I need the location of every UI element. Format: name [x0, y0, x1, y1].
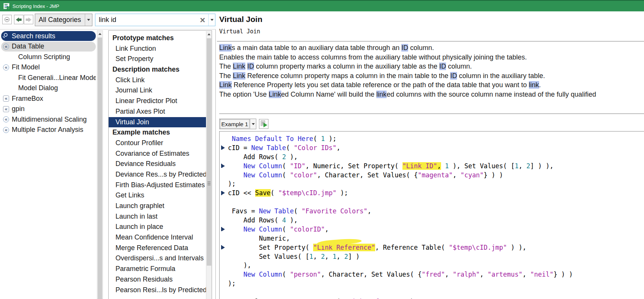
collapse-icon [5, 17, 9, 22]
collapse-circle-icon: « [3, 127, 9, 133]
list-item-parametric-formula[interactable]: Parametric Formula [109, 264, 206, 274]
list-item-launch-in-place[interactable]: Launch in place [109, 222, 206, 232]
sidebar-item-label: Fit Model [12, 63, 40, 71]
code-line: Names Default To Here( 1 ); [220, 135, 644, 144]
collapse-circle-icon: « [3, 44, 9, 50]
sidebar-item-framebox[interactable]: «FrameBox [1, 94, 96, 103]
collapse-circle-icon: « [3, 64, 9, 70]
code-line: ); [220, 279, 644, 288]
list-item-covariance-of-estimates[interactable]: Covariance of Estimates [109, 149, 206, 159]
code-line: Favs = New Table( "Favorite Colors", [220, 207, 644, 216]
sidebar-item-multiple-factor-analysis[interactable]: «Multiple Factor Analysis [1, 125, 96, 135]
code-line: Set Values( [1, 2, 1, 2] ) [220, 252, 644, 261]
results-scrollbar[interactable] [206, 31, 212, 299]
category-dropdown-caret[interactable] [85, 14, 92, 26]
app-icon [3, 3, 9, 9]
code-line: Set Property( "Link Reference", Referenc… [220, 243, 644, 252]
topic-description: Links a main data table to an auxiliary … [219, 43, 644, 99]
sidebar-item-label: Search results [12, 32, 55, 40]
topic-title: Virtual Join [219, 15, 262, 24]
left-column: All Categories × Search results«Data Tab… [0, 11, 216, 299]
search-icon [4, 33, 8, 37]
chevron-down-icon [211, 19, 214, 21]
list-item-mean-confidence-interval[interactable]: Mean Confidence Interval [109, 232, 206, 243]
list-item-contour-profiler[interactable]: Contour Profiler [109, 138, 206, 149]
list-item-partial-axes-plot[interactable]: Partial Axes Plot [109, 106, 206, 117]
scroll-up-icon[interactable] [206, 31, 212, 37]
list-item-firth-bias-adjusted-estimates[interactable]: Firth Bias-Adjusted Estimates [109, 180, 206, 191]
code-line: New Column( "person", Character, Set Val… [220, 270, 644, 279]
description-line: Links a main data table to an auxiliary … [219, 43, 644, 53]
sidebar-item-label: Column Scripting [18, 53, 70, 61]
list-item-linear-predictor-plot[interactable]: Linear Predictor Plot [109, 96, 206, 106]
divider [219, 113, 644, 114]
description-line: Link Reference Property lets you set dat… [219, 80, 644, 90]
window-title: Scripting Index - JMP [12, 3, 59, 9]
example-code-box[interactable]: Names Default To Here( 1 );cID = New Tab… [219, 131, 644, 299]
list-item-link-function[interactable]: Link Function [109, 44, 206, 54]
sidebar-item-fit-generali-linear-model[interactable]: Fit Generali...Linear Model [1, 73, 96, 83]
sidebar-item-model-dialog[interactable]: Model Dialog [1, 83, 96, 93]
list-item-set-property[interactable]: Set Property [109, 54, 206, 64]
toolbar: All Categories × [0, 11, 216, 30]
sidebar-scrollbar[interactable] [97, 30, 103, 299]
search-history-caret[interactable] [208, 14, 215, 26]
list-item-deviance-res-s-by-predicted[interactable]: Deviance Res...s by Predicted [109, 169, 206, 180]
example-selector-caret[interactable] [250, 119, 256, 128]
category-dropdown[interactable]: All Categories [35, 14, 92, 26]
collapse-circle-icon: « [3, 116, 9, 122]
list-item-click-link[interactable]: Click Link [109, 75, 206, 86]
sidebar-item-data-table[interactable]: «Data Table [1, 42, 96, 52]
run-script-button[interactable] [259, 119, 268, 129]
sidebar-item-column-scripting[interactable]: Column Scripting [1, 52, 96, 62]
code-line: cID = New Table( "Color IDs", [220, 144, 644, 153]
collapse-square-icon: « [3, 95, 9, 102]
scroll-up-icon[interactable] [97, 31, 103, 37]
code-line: Numeric, [220, 234, 644, 243]
code-line: ), [220, 261, 644, 270]
list-item-merge-referenced-data[interactable]: Merge Referenced Data [109, 243, 206, 254]
topic-panel: Virtual Join Virtual Join Links a main d… [216, 11, 644, 299]
back-arrow-icon [16, 17, 19, 22]
sidebar-item-label: gpin [12, 105, 25, 113]
search-box[interactable]: × [95, 14, 215, 26]
scrollbar-thumb[interactable] [207, 38, 211, 266]
collapse-all-button[interactable] [2, 15, 12, 24]
list-item-virtual-join[interactable]: Virtual Join [109, 117, 206, 128]
forward-button[interactable] [24, 15, 33, 24]
search-input[interactable] [95, 14, 197, 26]
description-line: Enables the main table to access columns… [219, 53, 644, 62]
description-line: The Link Reference column property maps … [219, 71, 644, 81]
scrollbar-thumb[interactable] [98, 38, 102, 299]
step-marker-icon [222, 164, 225, 168]
sidebar-item-multidimensional-scaling[interactable]: «Multidimensional Scaling [1, 114, 96, 124]
sidebar-item-label: Multidimensional Scaling [12, 116, 87, 124]
list-item-launch-graphlet[interactable]: Launch graphlet [109, 201, 206, 211]
code-line: Favs:colorID << Get Property( "Link Refe… [220, 297, 644, 299]
back-button[interactable] [14, 15, 23, 24]
step-marker-icon [222, 227, 225, 231]
code-line: Add Rows( 2 ), [220, 153, 644, 162]
step-marker-icon [222, 146, 225, 150]
sidebar-item-search-results[interactable]: Search results [1, 31, 96, 41]
sidebar-item-label: Model Dialog [18, 84, 58, 92]
list-item-get-links[interactable]: Get Links [109, 190, 206, 201]
list-item-pearson-resi-ls-by-predicted[interactable]: Pearson Resi...ls by Predicted [109, 285, 206, 296]
topic-subtitle: Virtual Join [219, 28, 260, 35]
example-selector-value: Example 1 [220, 119, 249, 128]
sidebar-item-gpin[interactable]: «gpin [1, 104, 96, 114]
list-item-pearson-residuals[interactable]: Pearson Residuals [109, 274, 206, 285]
list-item-deviance-residuals[interactable]: Deviance Residuals [109, 159, 206, 169]
code-line: New Column( "colorID", [220, 225, 644, 234]
list-item-overdispersi-s-and-intervals[interactable]: Overdispersi...s and Intervals [109, 253, 206, 264]
code-line [220, 198, 644, 207]
sidebar-item-label: Fit Generali...Linear Model [18, 74, 96, 82]
list-item-journal-link[interactable]: Journal Link [109, 85, 206, 96]
example-selector[interactable]: Example 1 [219, 119, 256, 129]
sidebar-item-fit-model[interactable]: «Fit Model [1, 63, 96, 72]
search-clear-icon[interactable]: × [197, 14, 208, 26]
sidebar-item-label: Data Table [12, 42, 44, 50]
list-item-launch-in-last[interactable]: Launch in last [109, 211, 206, 222]
code-line: New Column( "color", Character, Set Valu… [220, 171, 644, 180]
code-line: cID << Save( "$temp\cID.jmp" ); [220, 189, 644, 198]
